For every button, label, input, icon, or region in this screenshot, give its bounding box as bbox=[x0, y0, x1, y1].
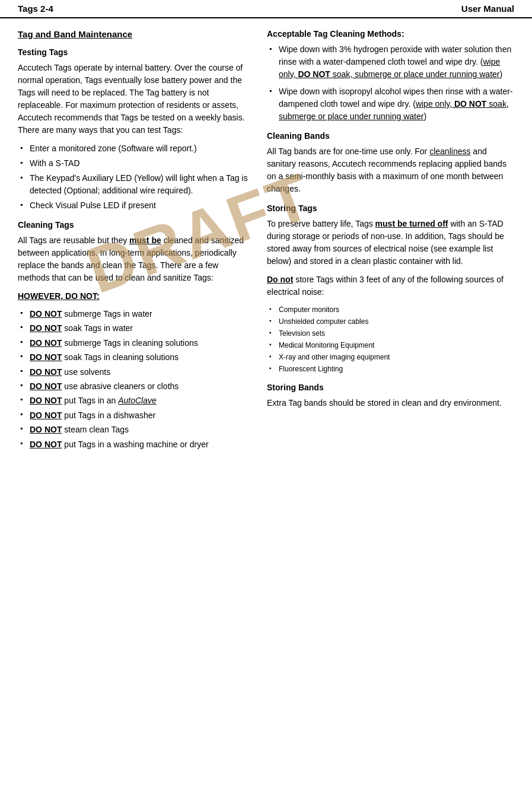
noise-list: Computer monitors Unshielded computer ca… bbox=[267, 304, 514, 374]
list-item: DO NOT put Tags in a washing machine or … bbox=[18, 438, 249, 451]
testing-tags-heading: Testing Tags bbox=[18, 47, 249, 57]
storing-bands-heading: Storing Bands bbox=[267, 383, 514, 392]
list-item: Medical Monitoring Equipment bbox=[267, 340, 514, 351]
list-item: DO NOT soak Tags in water bbox=[18, 322, 249, 335]
list-item: DO NOT submerge Tags in water bbox=[18, 307, 249, 320]
acceptable-cleaning-section: Acceptable Tag Cleaning Methods: Wipe do… bbox=[267, 29, 514, 123]
storing-tags-section: Storing Tags To preserve battery life, T… bbox=[267, 203, 514, 374]
list-item: Enter a monitored zone (Software will re… bbox=[18, 142, 249, 155]
list-item: DO NOT steam clean Tags bbox=[18, 423, 249, 436]
cleaning-tags-para: All Tags are reusable but they must be c… bbox=[18, 234, 249, 284]
do-not-list: DO NOT submerge Tags in water DO NOT soa… bbox=[18, 307, 249, 451]
list-item: DO NOT submerge Tags in cleaning solutio… bbox=[18, 336, 249, 349]
testing-tags-section: Testing Tags Accutech Tags operate by in… bbox=[18, 47, 249, 212]
list-item: Unshielded computer cables bbox=[267, 316, 514, 327]
storing-tags-para: To preserve battery life, Tags must be t… bbox=[267, 218, 514, 268]
testing-tags-para: Accutech Tags operate by internal batter… bbox=[18, 62, 249, 136]
cleaning-bands-section: Cleaning Bands All Tag bands are for one… bbox=[267, 131, 514, 195]
acceptable-cleaning-list: Wipe down with 3% hydrogen peroxide with… bbox=[267, 43, 514, 123]
left-column: Tag and Band Maintenance Testing Tags Ac… bbox=[18, 29, 249, 459]
however-title: HOWEVER, DO NOT: bbox=[18, 290, 249, 303]
list-item: X-ray and other imaging equipment bbox=[267, 352, 514, 362]
main-heading-section: Tag and Band Maintenance bbox=[18, 29, 249, 39]
header-left: Tags 2-4 bbox=[18, 4, 53, 14]
acceptable-cleaning-heading: Acceptable Tag Cleaning Methods: bbox=[267, 29, 514, 39]
cleaning-bands-para: All Tag bands are for one-time use only.… bbox=[267, 145, 514, 195]
storing-tags-heading: Storing Tags bbox=[267, 203, 514, 213]
list-item: DO NOT put Tags in an AutoClave bbox=[18, 394, 249, 407]
page-header: Tags 2-4 User Manual bbox=[0, 0, 532, 18]
header-right: User Manual bbox=[461, 4, 514, 14]
cleaning-bands-heading: Cleaning Bands bbox=[267, 131, 514, 141]
list-item: Check Visual Pulse LED if present bbox=[18, 199, 249, 212]
list-item: DO NOT use abrasive cleaners or cloths bbox=[18, 380, 249, 393]
storing-bands-section: Storing Bands Extra Tag bands should be … bbox=[267, 383, 514, 409]
do-not-intro: Do not store Tags within 3 feet of any o… bbox=[267, 273, 514, 298]
list-item: Fluorescent Lighting bbox=[267, 364, 514, 374]
list-item: Television sets bbox=[267, 328, 514, 339]
main-heading: Tag and Band Maintenance bbox=[18, 29, 249, 39]
list-item: The Keypad's Auxiliary LED (Yellow) will… bbox=[18, 172, 249, 197]
cleaning-tags-heading: Cleaning Tags bbox=[18, 220, 249, 230]
right-column: Acceptable Tag Cleaning Methods: Wipe do… bbox=[267, 29, 514, 459]
list-item: DO NOT put Tags in a dishwasher bbox=[18, 409, 249, 422]
testing-tags-list: Enter a monitored zone (Software will re… bbox=[18, 142, 249, 212]
cleaning-tags-section: Cleaning Tags All Tags are reusable but … bbox=[18, 220, 249, 451]
list-item: Wipe down with 3% hydrogen peroxide with… bbox=[267, 43, 514, 81]
storing-bands-para: Extra Tag bands should be stored in clea… bbox=[267, 397, 514, 409]
list-item: Computer monitors bbox=[267, 304, 514, 315]
list-item: Wipe down with isopropyl alcohol wipes t… bbox=[267, 85, 514, 123]
list-item: DO NOT soak Tags in cleaning solutions bbox=[18, 351, 249, 364]
list-item: With a S-TAD bbox=[18, 157, 249, 170]
list-item: DO NOT use solvents bbox=[18, 365, 249, 378]
